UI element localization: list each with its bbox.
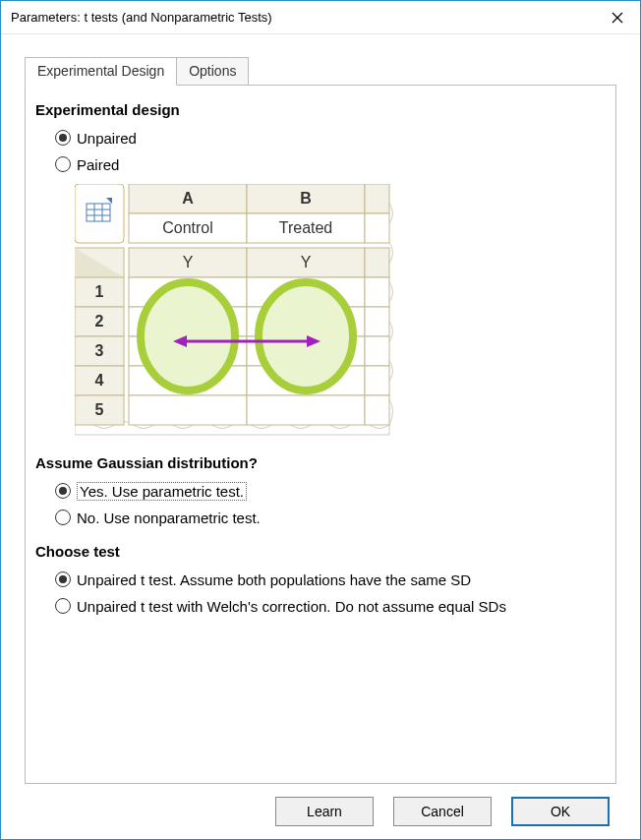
- radio-label: Yes. Use parametric test.: [77, 482, 247, 501]
- radio-icon: [55, 571, 71, 587]
- svg-text:Control: Control: [162, 219, 213, 236]
- button-bar: Learn Cancel OK: [1, 784, 640, 839]
- tab-panel: Experimental design Unpaired Paired: [25, 85, 616, 784]
- svg-rect-44: [129, 395, 247, 425]
- svg-point-49: [259, 282, 353, 390]
- svg-rect-45: [247, 395, 365, 425]
- svg-text:Y: Y: [301, 254, 312, 270]
- cancel-button[interactable]: Cancel: [393, 797, 492, 826]
- ok-button[interactable]: OK: [511, 797, 610, 826]
- radio-icon: [55, 156, 71, 172]
- radio-label: Unpaired: [77, 130, 137, 147]
- close-button[interactable]: [595, 1, 640, 34]
- svg-rect-20: [365, 248, 389, 277]
- radio-icon: [55, 598, 71, 614]
- svg-point-48: [141, 282, 235, 390]
- dialog-content: Experimental Design Options Experimental…: [1, 34, 640, 784]
- svg-text:2: 2: [95, 313, 104, 330]
- heading-experimental-design: Experimental design: [35, 101, 602, 118]
- radio-icon: [55, 510, 71, 525]
- svg-text:1: 1: [95, 283, 104, 300]
- radio-gaussian-no[interactable]: No. Use nonparametric test.: [55, 506, 602, 529]
- svg-rect-36: [365, 336, 389, 366]
- svg-text:Treated: Treated: [279, 219, 333, 236]
- radio-label: Paired: [77, 156, 119, 173]
- window-title: Parameters: t tests (and Nonparametric T…: [11, 10, 595, 25]
- radio-icon: [55, 483, 71, 499]
- svg-text:Y: Y: [183, 254, 194, 270]
- radio-label: No. Use nonparametric test.: [77, 510, 261, 526]
- svg-rect-14: [365, 213, 389, 243]
- tab-experimental-design[interactable]: Experimental Design: [25, 57, 177, 86]
- svg-rect-31: [365, 307, 389, 336]
- svg-rect-9: [365, 184, 389, 213]
- svg-rect-46: [365, 395, 389, 425]
- radio-unpaired[interactable]: Unpaired: [55, 126, 602, 150]
- svg-rect-26: [365, 277, 389, 307]
- radio-icon: [55, 130, 71, 146]
- close-icon: [612, 12, 623, 24]
- titlebar: Parameters: t tests (and Nonparametric T…: [1, 1, 640, 34]
- learn-button[interactable]: Learn: [275, 797, 374, 826]
- tab-strip: Experimental Design Options: [25, 57, 616, 86]
- radio-test-unpaired-t[interactable]: Unpaired t test. Assume both populations…: [55, 568, 602, 591]
- svg-text:B: B: [300, 190, 312, 207]
- heading-gaussian: Assume Gaussian distribution?: [35, 454, 602, 471]
- radio-label: Unpaired t test with Welch's correction.…: [77, 598, 506, 615]
- svg-text:3: 3: [95, 342, 104, 359]
- radio-gaussian-yes[interactable]: Yes. Use parametric test.: [55, 479, 602, 503]
- svg-text:A: A: [182, 190, 194, 207]
- heading-choose-test: Choose test: [35, 543, 602, 560]
- svg-rect-41: [365, 366, 389, 395]
- svg-text:4: 4: [95, 372, 104, 389]
- svg-text:5: 5: [95, 401, 104, 418]
- radio-test-welch[interactable]: Unpaired t test with Welch's correction.…: [55, 594, 602, 618]
- tab-options[interactable]: Options: [176, 57, 249, 86]
- design-illustration: A B Control Treated Y Y 12345: [75, 184, 602, 443]
- svg-rect-2: [87, 204, 110, 221]
- radio-label: Unpaired t test. Assume both populations…: [77, 571, 471, 588]
- radio-paired[interactable]: Paired: [55, 152, 602, 176]
